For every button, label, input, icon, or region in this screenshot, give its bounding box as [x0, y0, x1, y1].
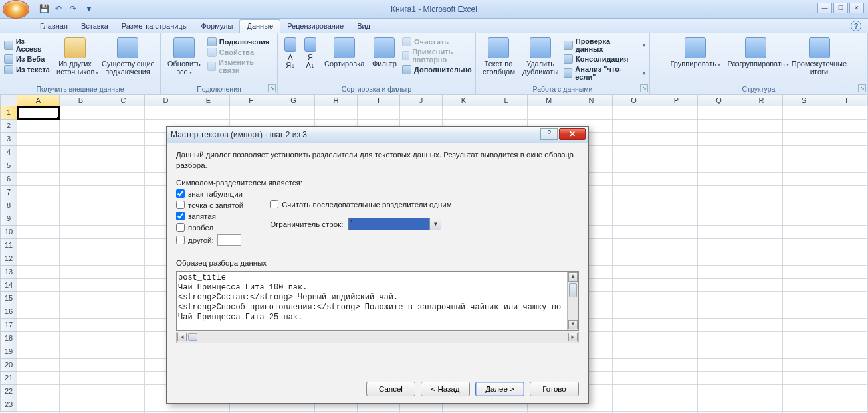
connections-button[interactable]: Подключения: [207, 37, 273, 46]
from-web-button[interactable]: Из Веба: [4, 54, 51, 64]
close-button[interactable]: ✕: [849, 3, 864, 13]
delimiter-semicolon-checkbox[interactable]: точка с запятой: [176, 201, 243, 209]
dialog-launcher-icon[interactable]: ↘: [858, 84, 866, 92]
save-icon[interactable]: 💾: [39, 4, 49, 15]
row-header[interactable]: 16: [0, 305, 17, 319]
column-header[interactable]: L: [485, 94, 528, 106]
data-validation-button[interactable]: Проверка данных▾: [564, 37, 645, 53]
tab-formulas[interactable]: Формулы: [195, 20, 240, 33]
row-header[interactable]: 1: [0, 106, 17, 120]
dialog-help-button[interactable]: ?: [540, 128, 558, 140]
tab-review[interactable]: Рецензирование: [280, 20, 350, 33]
consolidate-button[interactable]: Консолидация: [564, 54, 645, 64]
subtotal-button[interactable]: Промежуточные итоги: [789, 36, 850, 77]
column-header[interactable]: S: [783, 94, 825, 106]
row-header[interactable]: 13: [0, 266, 17, 279]
column-header[interactable]: J: [400, 94, 443, 106]
row-header[interactable]: 3: [0, 133, 17, 146]
row-header[interactable]: 20: [0, 359, 17, 372]
tab-view[interactable]: Вид: [350, 20, 377, 33]
row-header[interactable]: 8: [0, 199, 17, 212]
dialog-titlebar[interactable]: Мастер текстов (импорт) - шаг 2 из 3 ? ✕: [167, 127, 588, 143]
tab-insert[interactable]: Вставка: [74, 20, 115, 33]
from-text-button[interactable]: Из текста: [4, 65, 51, 74]
row-header[interactable]: 6: [0, 173, 17, 186]
row-headers[interactable]: 1234567891011121314151617181920212223: [0, 106, 17, 412]
delimiter-other-checkbox[interactable]: другой:: [176, 234, 243, 246]
delimiter-tab-checkbox[interactable]: знак табуляции: [176, 189, 243, 198]
column-header[interactable]: H: [315, 94, 358, 106]
row-header[interactable]: 19: [0, 345, 17, 359]
delimiter-space-checkbox[interactable]: пробел: [176, 223, 243, 232]
consecutive-delimiters-checkbox[interactable]: Считать последовательные разделители одн…: [270, 200, 451, 208]
row-header[interactable]: 14: [0, 279, 17, 292]
row-header[interactable]: 15: [0, 292, 17, 305]
column-header[interactable]: N: [570, 94, 613, 106]
what-if-button[interactable]: Анализ "что-если"▾: [564, 65, 645, 81]
finish-button[interactable]: Готово: [530, 382, 579, 396]
ungroup-button[interactable]: Разгруппировать▾: [725, 36, 786, 77]
qat-dropdown-icon[interactable]: ▼: [84, 4, 94, 15]
tab-home[interactable]: Главная: [33, 20, 74, 33]
back-button[interactable]: < Назад: [421, 382, 470, 396]
column-header[interactable]: P: [655, 94, 698, 106]
row-header[interactable]: 9: [0, 212, 17, 226]
row-header[interactable]: 23: [0, 398, 17, 412]
sort-asc-button[interactable]: АЯ↓: [282, 36, 299, 74]
column-header[interactable]: A: [17, 94, 60, 106]
row-header[interactable]: 4: [0, 146, 17, 159]
sort-button[interactable]: Сортировка: [322, 36, 367, 74]
cancel-button[interactable]: Cancel: [366, 382, 415, 396]
column-header[interactable]: B: [60, 94, 102, 106]
column-header[interactable]: E: [187, 94, 230, 106]
from-other-button[interactable]: Из других источников▾: [54, 36, 96, 77]
column-header[interactable]: O: [613, 94, 655, 106]
column-header[interactable]: R: [740, 94, 783, 106]
help-button[interactable]: ?: [851, 21, 861, 31]
row-header[interactable]: 2: [0, 120, 17, 133]
column-header[interactable]: D: [145, 94, 187, 106]
row-header[interactable]: 10: [0, 226, 17, 239]
column-header[interactable]: K: [443, 94, 485, 106]
tab-layout[interactable]: Разметка страницы: [115, 20, 195, 33]
restore-button[interactable]: ☐: [833, 3, 848, 13]
row-header[interactable]: 11: [0, 239, 17, 252]
column-header[interactable]: I: [358, 94, 400, 106]
column-header[interactable]: C: [102, 94, 145, 106]
from-access-button[interactable]: Из Access: [4, 37, 51, 53]
tab-data[interactable]: Данные: [239, 19, 280, 33]
remove-duplicates-button[interactable]: Удалить дубликаты: [520, 36, 561, 81]
preview-horizontal-scrollbar[interactable]: ◄ ►: [176, 332, 579, 343]
row-header[interactable]: 17: [0, 319, 17, 332]
dialog-launcher-icon[interactable]: ↘: [640, 84, 648, 92]
select-all-corner[interactable]: [0, 94, 17, 106]
redo-icon[interactable]: ↷: [68, 4, 78, 15]
column-header[interactable]: T: [825, 94, 868, 106]
row-header[interactable]: 21: [0, 372, 17, 385]
column-headers[interactable]: ABCDEFGHIJKLMNOPQRST: [17, 94, 868, 106]
column-header[interactable]: M: [528, 94, 570, 106]
sort-desc-button[interactable]: ЯА↓: [302, 36, 319, 74]
minimize-button[interactable]: —: [817, 3, 832, 13]
existing-connections-button[interactable]: Существующие подключения: [99, 36, 156, 77]
group-button[interactable]: Группировать▾: [668, 36, 722, 77]
row-header[interactable]: 22: [0, 385, 17, 398]
chevron-down-icon[interactable]: ▼: [429, 218, 441, 230]
text-to-columns-button[interactable]: Текст по столбцам: [480, 36, 517, 81]
undo-icon[interactable]: ↶: [53, 4, 64, 15]
preview-vertical-scrollbar[interactable]: ▲ ▼: [567, 272, 578, 330]
next-button[interactable]: Далее >: [475, 382, 524, 396]
delimiter-other-input[interactable]: [217, 234, 241, 246]
column-header[interactable]: G: [272, 94, 315, 106]
text-qualifier-combo[interactable]: "▼: [348, 218, 441, 230]
delimiter-comma-checkbox[interactable]: запятая: [176, 212, 243, 220]
dialog-launcher-icon[interactable]: ↘: [268, 84, 276, 92]
advanced-filter-button[interactable]: Дополнительно: [402, 65, 472, 74]
row-header[interactable]: 18: [0, 332, 17, 345]
row-header[interactable]: 12: [0, 252, 17, 266]
column-header[interactable]: F: [230, 94, 272, 106]
refresh-all-button[interactable]: Обновить все▾: [165, 36, 203, 77]
row-header[interactable]: 7: [0, 186, 17, 199]
row-header[interactable]: 5: [0, 159, 17, 173]
column-header[interactable]: Q: [698, 94, 740, 106]
